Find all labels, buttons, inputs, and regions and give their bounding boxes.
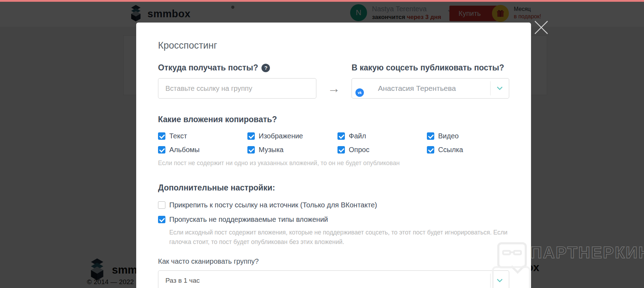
checkbox-attach-source-link[interactable]: Прикрепить к посту ссылку на источник (Т… <box>158 201 509 209</box>
skip-unsupported-description: Если исходный пост содержит вложения, ко… <box>169 228 509 247</box>
arrow-right-icon: → <box>328 81 340 96</box>
attachments-hint: Если пост не содержит ни одно из указанн… <box>158 159 509 167</box>
attachments-heading: Какие вложения копировать? <box>158 115 509 124</box>
source-column: Откуда получать посты? ? <box>158 63 316 99</box>
source-heading: Откуда получать посты? ? <box>158 63 316 73</box>
checkbox-file[interactable]: Файл <box>337 132 427 140</box>
account-avatar: vk <box>356 81 372 96</box>
app-screen: smmbox N Nastya Terenteva закончится чер… <box>0 0 644 288</box>
checkbox[interactable] <box>247 132 255 140</box>
checkbox[interactable] <box>337 132 345 140</box>
checkbox[interactable] <box>337 146 345 154</box>
direction-arrow-zone: → <box>316 78 352 99</box>
source-target-row: Откуда получать посты? ? → В какую соцсе… <box>158 63 509 99</box>
checkbox-image[interactable]: Изображение <box>247 132 337 140</box>
checkbox-text[interactable]: Текст <box>158 132 247 140</box>
chevron-down-icon[interactable] <box>490 81 509 95</box>
target-column: В какую соцсеть публиковать посты? vk Ан… <box>352 63 509 99</box>
checkbox-video[interactable]: Видео <box>427 132 509 140</box>
target-account-select[interactable]: vk Анастасия Терентьева <box>352 78 509 99</box>
account-name: Анастасия Терентьева <box>378 84 456 93</box>
checkbox[interactable] <box>427 146 434 154</box>
frequency-selected-value: Раз в 1 час <box>165 277 200 284</box>
top-accent-line <box>0 0 644 2</box>
checkbox-skip-unsupported[interactable]: Пропускать не поддерживаемые типы вложен… <box>158 215 509 224</box>
close-icon[interactable] <box>533 20 549 35</box>
checkbox[interactable] <box>427 132 434 140</box>
extra-settings-heading: Дополнительные настройки: <box>158 183 509 193</box>
frequency-label: Как часто сканировать группу? <box>158 257 509 265</box>
attachments-grid: Текст Изображение Файл Видео Альбомы Муз… <box>158 132 509 154</box>
frequency-select[interactable]: Раз в 1 час <box>158 270 509 288</box>
question-circle-icon[interactable]: ? <box>261 64 270 72</box>
crossposting-modal: Кросспостинг Откуда получать посты? ? → … <box>136 23 531 288</box>
checkbox-poll[interactable]: Опрос <box>337 146 427 154</box>
target-heading: В какую соцсеть публиковать посты? <box>352 63 509 73</box>
checkbox[interactable] <box>158 132 165 140</box>
chevron-down-icon[interactable] <box>490 274 509 288</box>
vk-badge-icon: vk <box>355 88 365 98</box>
checkbox-music[interactable]: Музыка <box>247 146 337 154</box>
checkbox-link[interactable]: Ссылка <box>427 146 509 154</box>
source-group-input[interactable] <box>158 78 316 99</box>
modal-title: Кросспостинг <box>158 40 509 51</box>
checkbox-albums[interactable]: Альбомы <box>158 146 247 154</box>
checkbox[interactable] <box>247 146 255 154</box>
checkbox[interactable] <box>158 146 165 154</box>
checkbox[interactable] <box>158 216 165 223</box>
checkbox[interactable] <box>158 201 165 209</box>
